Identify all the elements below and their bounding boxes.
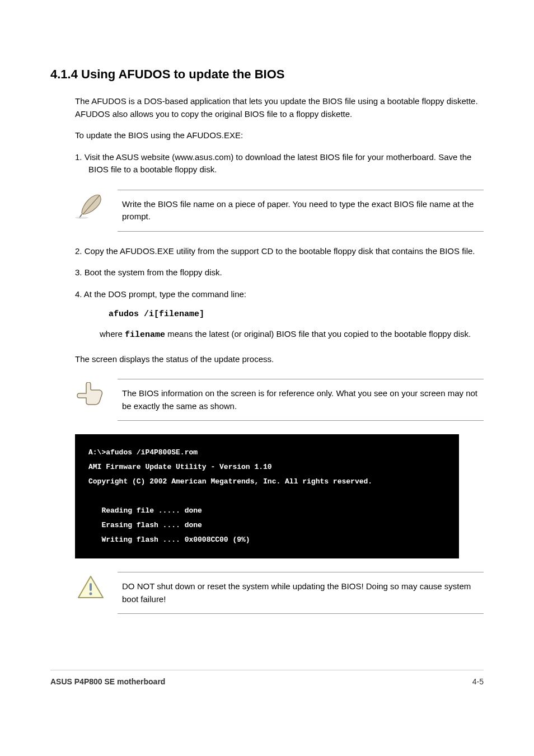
terminal-line-1: A:\>afudos /iP4P800SE.rom — [88, 448, 198, 457]
pointing-hand-icon — [75, 379, 106, 410]
filename-desc-suffix: means the latest (or original) BIOS file… — [165, 329, 471, 339]
filename-keyword: filename — [125, 330, 165, 340]
note-block-feather: Write the BIOS file name on a piece of p… — [75, 190, 484, 232]
intro-paragraph: The AFUDOS is a DOS-based application th… — [75, 95, 484, 120]
section-heading: 4.1.4 Using AFUDOS to update the BIOS — [50, 67, 484, 82]
note-1-text: Write the BIOS file name on a piece of p… — [118, 190, 484, 232]
svg-point-3 — [90, 593, 92, 595]
page-footer: ASUS P4P800 SE motherboard 4-5 — [50, 670, 484, 686]
step-4: 4. At the DOS prompt, type the command l… — [75, 288, 484, 301]
feather-icon — [75, 190, 106, 221]
command-line: afudos /i[filename] — [109, 309, 484, 319]
filename-description: where filename means the latest (or orig… — [100, 328, 484, 342]
footer-left: ASUS P4P800 SE motherboard — [50, 677, 165, 686]
step-2: 2. Copy the AFUDOS.EXE utility from the … — [75, 245, 484, 258]
prereq-label: To update the BIOS using the AFUDOS.EXE: — [75, 129, 484, 142]
terminal-line-5: Erasing flash .... done — [88, 521, 202, 529]
note-2-text: The screen displays the status of the up… — [75, 353, 484, 366]
note-3-text: The BIOS information on the screen is fo… — [118, 379, 484, 421]
terminal-line-6: Writing flash .... 0x0008CC00 (9%) — [88, 536, 250, 544]
warning-triangle-icon — [75, 572, 106, 603]
warning-text: DO NOT shut down or reset the system whi… — [118, 572, 484, 614]
terminal-line-4: Reading file ..... done — [88, 506, 202, 515]
terminal-output: A:\>afudos /iP4P800SE.rom AMI Firmware U… — [75, 434, 459, 558]
footer-page-number: 4-5 — [472, 677, 484, 686]
svg-rect-2 — [90, 583, 92, 591]
note-block-hand: The BIOS information on the screen is fo… — [75, 379, 484, 421]
svg-point-1 — [75, 217, 88, 219]
warning-block: DO NOT shut down or reset the system whi… — [75, 572, 484, 614]
step-3: 3. Boot the system from the floppy disk. — [75, 266, 484, 279]
terminal-line-3: Copyright (C) 2002 American Megatrends, … — [88, 477, 372, 486]
terminal-line-2: AMI Firmware Update Utility - Version 1.… — [88, 463, 272, 471]
filename-desc-prefix: where — [100, 329, 125, 339]
step-1: 1. Visit the ASUS website (www.asus.com)… — [75, 151, 484, 176]
